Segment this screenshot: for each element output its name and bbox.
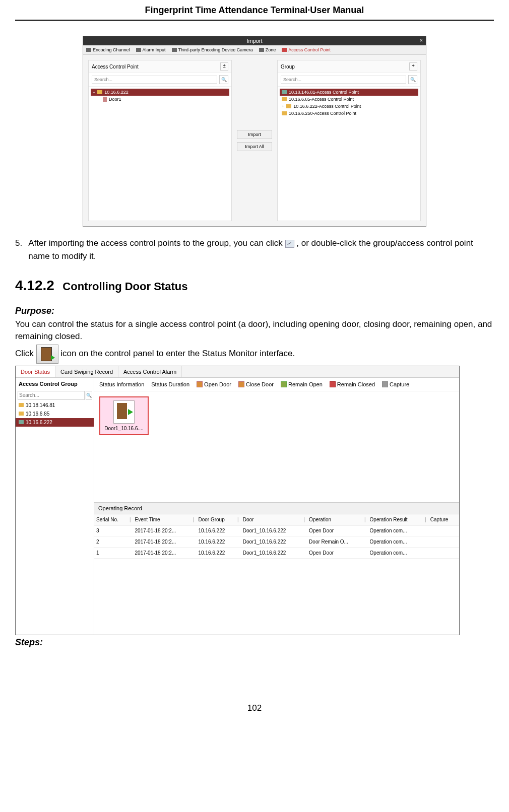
status-tabs: Door Status Card Swiping Record Access C… — [16, 366, 459, 378]
section-heading: 4.12.2 Controlling Door Status — [15, 278, 494, 294]
edit-icon — [285, 240, 294, 248]
folder-icon — [19, 403, 24, 407]
sidebar-item[interactable]: 10.16.6.85 — [16, 410, 94, 418]
close-door-button[interactable]: Close Door — [238, 381, 274, 387]
tab-encoding-channel[interactable]: Encoding Channel — [86, 47, 130, 52]
status-information-button[interactable]: Status Information — [99, 381, 144, 387]
add-button[interactable]: + — [409, 62, 417, 71]
folder-icon — [282, 97, 287, 101]
capture-icon — [382, 381, 388, 387]
operating-record-table: Serial No.| Event Time| Door Group| Door… — [94, 514, 459, 559]
section-title: Controlling Door Status — [62, 280, 187, 293]
status-sidebar: Access Control Group 🔍 10.18.146.81 10.1… — [16, 378, 94, 635]
purpose-label: Purpose: — [15, 306, 494, 316]
door-open-icon — [113, 400, 135, 424]
remain-open-icon — [281, 381, 287, 387]
page-header: Fingerprint Time Attendance Terminal·Use… — [15, 5, 494, 21]
import-dialog: Import × Encoding Channel Alarm Input Th… — [83, 36, 426, 227]
import-center-buttons: Import Import All — [237, 60, 272, 221]
table-row[interactable]: 22017-01-18 20:2...10.16.6.222Door1_10.1… — [94, 536, 459, 547]
tab-third-party[interactable]: Third-party Encoding Device Camera — [172, 47, 253, 52]
capture-button[interactable]: Capture — [382, 381, 409, 387]
tab-alarm-input[interactable]: Alarm Input — [136, 47, 166, 52]
zone-icon — [259, 48, 264, 52]
status-monitor-icon — [36, 345, 58, 364]
tab-card-swiping[interactable]: Card Swiping Record — [55, 366, 118, 377]
sidebar-title: Access Control Group — [16, 378, 94, 390]
door-toolbar: Status Information Status Duration Open … — [94, 378, 459, 391]
plus-icon: + — [282, 104, 284, 109]
step-number: 5. — [15, 237, 22, 262]
open-door-icon — [197, 381, 203, 387]
import-tabs: Encoding Channel Alarm Input Third-party… — [83, 45, 426, 55]
alarm-icon — [136, 48, 141, 52]
operating-record-header: Operating Record — [94, 502, 459, 514]
purpose-text: You can control the status for a single … — [15, 318, 494, 343]
status-monitor-window: Door Status Card Swiping Record Access C… — [15, 366, 460, 635]
tab-access-alarm[interactable]: Access Control Alarm — [118, 366, 182, 377]
click-instruction: Click icon on the control panel to enter… — [15, 345, 494, 364]
door-icon — [103, 97, 107, 102]
folder-icon — [282, 90, 287, 94]
status-duration-button[interactable]: Status Duration — [151, 381, 189, 387]
step-5: 5. After importing the access control po… — [15, 237, 494, 262]
search-icon[interactable]: 🔍 — [408, 75, 417, 84]
close-door-icon — [238, 381, 244, 387]
import-titlebar: Import × — [83, 36, 426, 45]
camera-icon — [172, 48, 177, 52]
group-item[interactable]: +10.16.6.222-Access Control Point — [280, 103, 418, 110]
open-door-button[interactable]: Open Door — [197, 381, 231, 387]
col-door-group[interactable]: Door Group| — [196, 514, 240, 525]
remain-open-button[interactable]: Remain Open — [281, 381, 323, 387]
group-item[interactable]: 10.16.6.85-Access Control Point — [280, 96, 418, 103]
folder-icon — [286, 104, 291, 108]
search-icon[interactable]: 🔍 — [219, 75, 228, 84]
remain-closed-button[interactable]: Remain Closed — [330, 381, 375, 387]
minus-icon: − — [93, 90, 95, 95]
right-search-input[interactable] — [281, 76, 406, 84]
left-panel-title: Access Control Point — [92, 64, 139, 70]
tab-zone[interactable]: Zone — [259, 47, 276, 52]
right-panel: Group + 🔍 10.18.146.81-Access Control Po… — [277, 60, 421, 221]
folder-icon — [19, 412, 24, 416]
import-title: Import — [246, 38, 262, 44]
folder-icon — [282, 111, 287, 115]
left-panel: Access Control Point ± 🔍 − 10.16.6.222 — [88, 60, 232, 221]
door-tile-label: Door1_10.16.6.... — [103, 426, 145, 431]
tab-access-control-point[interactable]: Access Control Point — [282, 47, 331, 52]
tree-item-device[interactable]: − 10.16.6.222 — [91, 89, 229, 96]
sidebar-search-input[interactable] — [18, 391, 85, 400]
collapse-button[interactable]: ± — [220, 62, 228, 71]
col-door[interactable]: Door| — [241, 514, 307, 525]
search-icon[interactable]: 🔍 — [86, 391, 92, 400]
group-item[interactable]: 10.18.146.81-Access Control Point — [280, 89, 418, 96]
door-view: Door1_10.16.6.... — [94, 391, 459, 502]
col-serial[interactable]: Serial No.| — [94, 514, 133, 525]
steps-label: Steps: — [15, 637, 494, 648]
col-result[interactable]: Operation Result| — [368, 514, 428, 525]
folder-icon — [97, 90, 102, 94]
tree-item-door[interactable]: Door1 — [91, 96, 229, 103]
section-number: 4.12.2 — [15, 278, 54, 293]
table-row[interactable]: 32017-01-18 20:2...10.16.6.222Door1_10.1… — [94, 525, 459, 536]
sidebar-item-selected[interactable]: 10.16.6.222 — [16, 418, 94, 427]
import-button[interactable]: Import — [237, 130, 272, 139]
door-icon — [282, 48, 287, 52]
remain-closed-icon — [330, 381, 336, 387]
table-row[interactable]: 12017-01-18 20:2...10.16.6.222Door1_10.1… — [94, 547, 459, 558]
sidebar-item[interactable]: 10.18.146.81 — [16, 401, 94, 410]
col-capture[interactable]: Capture — [428, 514, 459, 525]
camera-icon — [86, 48, 91, 52]
import-all-button[interactable]: Import All — [237, 142, 272, 151]
col-operation[interactable]: Operation| — [307, 514, 367, 525]
door-tile[interactable]: Door1_10.16.6.... — [99, 396, 149, 435]
folder-icon — [19, 420, 24, 424]
left-search-input[interactable] — [92, 76, 217, 84]
col-event-time[interactable]: Event Time| — [133, 514, 197, 525]
tab-door-status[interactable]: Door Status — [16, 366, 55, 377]
step-text-a: After importing the access control point… — [28, 238, 285, 248]
close-icon[interactable]: × — [420, 37, 423, 43]
right-panel-title: Group — [281, 64, 295, 70]
page-number: 102 — [15, 703, 494, 713]
group-item[interactable]: 10.16.6.250-Access Control Point — [280, 110, 418, 117]
